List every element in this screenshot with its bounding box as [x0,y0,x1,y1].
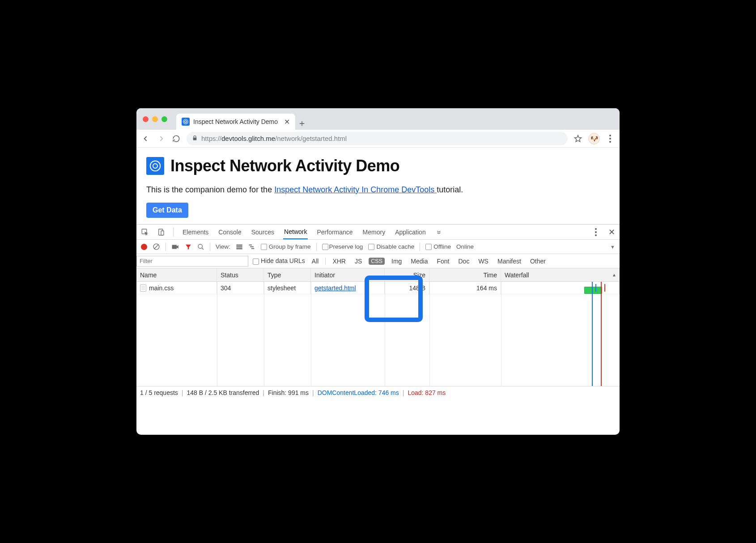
svg-rect-15 [251,248,254,249]
filter-font[interactable]: Font [434,257,451,265]
address-bar[interactable]: https://devtools.glitch.me/network/getst… [187,132,568,145]
network-filter-bar: Hide data URLs All XHR JS CSS Img Media … [136,254,620,268]
url-text: https://devtools.glitch.me/network/getst… [201,135,347,142]
devtools-close-icon[interactable]: ✕ [608,227,615,237]
close-tab-icon[interactable]: ✕ [284,118,290,126]
status-load: Load: 827 ms [408,389,446,396]
filter-img[interactable]: Img [389,257,404,265]
svg-rect-10 [236,244,242,246]
file-icon [140,284,146,292]
cell-type: stylesheet [264,282,311,294]
bookmark-star-icon[interactable] [573,134,583,144]
status-transferred: 148 B / 2.5 KB transferred [187,389,259,396]
tab-elements[interactable]: Elements [182,225,209,239]
tutorial-link[interactable]: Inspect Network Activity In Chrome DevTo… [274,185,437,194]
forward-button[interactable] [156,134,166,144]
table-row[interactable]: main.css 304 stylesheet getstarted.html … [136,282,620,294]
tab-performance[interactable]: Performance [316,225,353,239]
table-body: main.css 304 stylesheet getstarted.html … [136,282,620,386]
svg-rect-13 [249,244,252,245]
filter-input[interactable] [136,256,248,267]
filter-manifest[interactable]: Manifest [495,257,523,265]
svg-rect-12 [236,248,242,249]
maximize-window-button[interactable] [161,116,167,122]
devtools-panel: Elements Console Sources Network Perform… [136,224,620,399]
filter-all[interactable]: All [310,257,321,265]
reload-button[interactable] [171,134,181,144]
svg-point-0 [183,119,188,124]
minimize-window-button[interactable] [152,116,158,122]
traffic-lights [143,108,167,130]
page-heading: Inspect Network Activity Demo [146,157,610,175]
col-size[interactable]: Size [385,268,429,281]
filter-media[interactable]: Media [408,257,430,265]
network-table: Name Status Type Initiator Size Time Wat… [136,268,620,386]
new-tab-button[interactable]: ＋ [295,116,309,130]
tab-memory[interactable]: Memory [362,225,386,239]
inspect-element-icon[interactable] [141,228,149,236]
hide-data-urls-checkbox[interactable]: Hide data URLs [253,257,305,264]
svg-point-2 [150,161,161,171]
col-waterfall[interactable]: Waterfall [501,268,620,281]
col-initiator[interactable]: Initiator [311,268,385,281]
filter-other[interactable]: Other [528,257,548,265]
svg-rect-8 [172,245,177,249]
close-window-button[interactable] [143,116,149,122]
profile-avatar[interactable]: 🐶 [588,133,600,144]
svg-point-1 [185,121,187,123]
back-button[interactable] [141,134,151,144]
search-icon[interactable] [197,243,204,250]
waterfall-view-icon[interactable] [248,244,255,250]
tab-sources[interactable]: Sources [251,225,275,239]
disable-cache-checkbox[interactable]: Disable cache [368,243,414,250]
cell-name: main.css [136,282,217,294]
network-status-bar: 1 / 5 requests | 148 B / 2.5 KB transfer… [136,386,620,399]
offline-checkbox[interactable]: Offline [425,243,451,250]
col-status[interactable]: Status [217,268,264,281]
throttling-chevron-icon[interactable]: ▼ [610,244,615,250]
more-tabs-icon[interactable] [435,229,443,235]
col-type[interactable]: Type [264,268,311,281]
page-paragraph: This is the companion demo for the Inspe… [146,185,610,195]
preserve-log-checkbox[interactable]: Preserve log [322,243,363,250]
tab-network[interactable]: Network [283,225,308,239]
cell-waterfall [501,282,620,294]
network-toolbar: View: Group by frame Preserve log Disabl… [136,240,620,254]
browser-window: Inspect Network Activity Demo ✕ ＋ https:… [136,108,620,435]
cell-initiator: getstarted.html [311,282,385,294]
status-finish: Finish: 991 ms [268,389,309,396]
page-content: Inspect Network Activity Demo This is th… [136,148,620,224]
status-domcontentloaded: DOMContentLoaded: 746 ms [318,389,399,396]
record-button[interactable] [141,244,147,250]
filter-doc[interactable]: Doc [456,257,472,265]
online-dropdown[interactable]: Online [456,243,474,250]
cell-status: 304 [217,282,264,294]
clear-icon[interactable] [153,243,160,250]
svg-rect-11 [236,246,242,247]
filter-css[interactable]: CSS [369,258,385,265]
table-header: Name Status Type Initiator Size Time Wat… [136,268,620,282]
browser-menu-button[interactable] [605,134,615,144]
tab-application[interactable]: Application [394,225,427,239]
chrome-favicon-icon [182,118,190,126]
browser-tab[interactable]: Inspect Network Activity Demo ✕ [176,114,295,130]
devtools-tabbar: Elements Console Sources Network Perform… [136,225,620,240]
camera-icon[interactable] [171,244,179,250]
url-bar: https://devtools.glitch.me/network/getst… [136,130,620,148]
filter-ws[interactable]: WS [476,257,491,265]
col-time[interactable]: Time [429,268,501,281]
get-data-button[interactable]: Get Data [146,203,188,218]
cell-time: 164 ms [429,282,501,294]
group-by-frame-checkbox[interactable]: Group by frame [261,243,311,250]
tab-console[interactable]: Console [217,225,242,239]
col-name[interactable]: Name [136,268,217,281]
filter-xhr[interactable]: XHR [330,257,348,265]
filter-icon[interactable] [185,243,192,250]
device-toolbar-icon[interactable] [157,228,165,236]
cell-size: 148 B [385,282,429,294]
large-rows-icon[interactable] [236,244,243,250]
view-label: View: [216,243,230,250]
devtools-menu-icon[interactable] [591,228,600,236]
filter-js[interactable]: JS [353,257,364,265]
status-requests: 1 / 5 requests [140,389,178,396]
